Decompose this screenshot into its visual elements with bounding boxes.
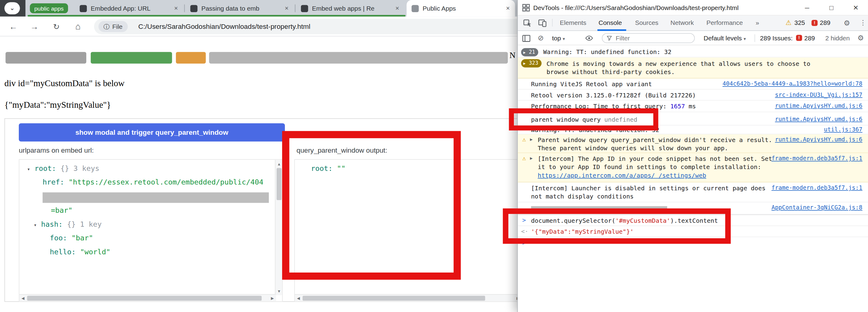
tab-elements[interactable]: Elements <box>560 15 586 30</box>
tab-console[interactable]: Console <box>599 15 622 30</box>
source-link[interactable]: util.js:367 <box>824 126 863 133</box>
context-selector[interactable]: top ▾ <box>552 31 565 46</box>
log-levels-dropdown[interactable]: Default levels ▾ <box>704 31 746 46</box>
inspect-icon[interactable] <box>523 19 532 28</box>
source-link[interactable]: 404c642b-5eba-4449-a…1983?hello=world:78 <box>722 80 863 87</box>
maximize-icon[interactable]: □ <box>819 0 843 15</box>
devtools-tabbar: Elements Console Sources Network Perform… <box>518 15 868 31</box>
home-icon[interactable]: ⌂ <box>72 17 84 37</box>
active-tab-underline <box>597 29 626 31</box>
tree-line-href: href: "https://essex.retool.com/embedded… <box>42 178 263 186</box>
warning-icon: ⚠ <box>522 155 526 162</box>
scroll-down-icon[interactable]: ▼ <box>276 287 283 295</box>
tab-embed-web-apps[interactable]: Embed web apps | Re ✕ <box>296 0 404 17</box>
scroll-left-icon[interactable]: ◀ <box>295 295 302 302</box>
expand-triangle-icon[interactable]: ▶ <box>530 137 533 142</box>
page-data-line: {"myData":"myStringValue"} <box>5 100 111 110</box>
issues-count[interactable]: 289 <box>804 31 815 45</box>
intercom-settings-link[interactable]: https://app.intercom.com/a/apps/ /settin… <box>537 172 706 179</box>
tree-line-root[interactable]: ▾ root: {} 3 keys <box>27 164 99 172</box>
clear-console-icon[interactable]: ⊘ <box>537 31 544 45</box>
tab-sources[interactable]: Sources <box>635 15 658 30</box>
tab-group-chip[interactable]: public apps <box>30 3 68 13</box>
filter-box[interactable] <box>602 33 695 43</box>
console-row-vite: Running ViteJS Retool app variant 404c64… <box>518 79 868 90</box>
console-sidebar-icon[interactable] <box>522 34 530 42</box>
clipped-page-text: N <box>509 51 516 60</box>
tree-line-hash[interactable]: ▾ hash: {} 1 key <box>34 220 102 228</box>
screen: ⌄ public apps Embedded App: URL ✕ Passin… <box>0 0 868 312</box>
console-settings-gear-icon[interactable]: ⚙ <box>857 31 864 45</box>
tree-line-hello: hello: "world" <box>50 248 111 256</box>
horizontal-scrollbar[interactable]: ◀ ▶ <box>20 294 276 301</box>
back-icon[interactable]: ← <box>8 17 19 37</box>
disclosure-triangle-icon[interactable]: ▾ <box>27 166 30 172</box>
forward-icon[interactable]: → <box>29 17 40 37</box>
tab-close-icon[interactable]: ✕ <box>506 5 510 11</box>
warning-icon: ⚠ <box>785 15 792 30</box>
source-link[interactable]: src-index-DU3L_Vgi.js:157 <box>775 91 863 98</box>
scroll-right-icon[interactable]: ▶ <box>269 295 276 302</box>
minimize-icon[interactable]: ─ <box>795 0 819 15</box>
tab-embedded-app[interactable]: Embedded App: URL ✕ <box>75 0 183 17</box>
urlparams-label: urlparams on embed url: <box>19 147 94 154</box>
repeat-count-badge[interactable]: ▶ 323 <box>521 59 542 67</box>
devtools-window-title: DevTools - file:///C:/Users/SarahGodoshi… <box>533 0 739 15</box>
settings-gear-icon[interactable]: ⚙ <box>844 15 850 30</box>
console-row-intercom-launcher: [Intercom] Launcher is disabled in setti… <box>518 182 868 202</box>
reload-icon[interactable]: ↻ <box>51 17 62 37</box>
tab-separator <box>184 5 185 12</box>
annotation-box-parent-query <box>509 108 658 131</box>
warning-count[interactable]: 325 <box>795 15 805 30</box>
scrollbar-thumb[interactable] <box>27 296 261 301</box>
disclosure-triangle-icon[interactable]: ▾ <box>34 222 37 228</box>
chevron-down-icon: ▾ <box>743 36 746 41</box>
horizontal-scrollbar[interactable]: ◀ ▶ <box>295 294 521 301</box>
source-link[interactable]: AppContainer-3qNiCG2a.js:8 <box>771 204 862 211</box>
device-toolbar-icon[interactable] <box>538 19 547 28</box>
tab-title: Embedded App: URL <box>91 5 151 11</box>
scroll-up-icon[interactable]: ▲ <box>276 160 283 168</box>
tab-separator <box>295 5 296 12</box>
tab-performance[interactable]: Performance <box>706 15 743 30</box>
source-link[interactable]: frame-modern.deb3a5f7.js:1 <box>771 155 862 162</box>
expand-triangle-icon[interactable]: ▶ <box>530 156 533 161</box>
tab-close-icon[interactable]: ✕ <box>285 5 289 11</box>
tab-title: Embed web apps | Re <box>312 5 374 11</box>
source-link[interactable]: runtime.ApyiysHY.umd.js:6 <box>775 102 863 109</box>
warning-icon: ⚠ <box>522 136 526 144</box>
close-icon[interactable]: ✕ <box>844 0 868 15</box>
page-heading-line: div id="myCustomData" is below <box>5 79 125 89</box>
scrollbar-thumb[interactable] <box>303 296 485 301</box>
more-options-icon[interactable]: ⋮ <box>860 15 866 30</box>
source-link[interactable]: runtime.ApyiysHY.umd.js:6 <box>775 136 863 143</box>
filter-input[interactable] <box>615 34 690 42</box>
devtools-titlebar[interactable]: DevTools - file:///C:/Users/SarahGodoshi… <box>518 0 868 15</box>
tab-close-icon[interactable]: ✕ <box>395 5 399 11</box>
issues-label[interactable]: 289 Issues: <box>760 31 793 45</box>
scroll-left-icon[interactable]: ◀ <box>20 295 27 302</box>
redacted-url-segment <box>42 193 269 203</box>
tab-favicon <box>190 5 198 12</box>
error-count[interactable]: 289 <box>820 15 830 30</box>
show-modal-button[interactable]: show modal and trigger query_parent_wind… <box>19 123 285 141</box>
hidden-messages-label[interactable]: 2 hidden <box>826 31 850 45</box>
toolbar-separator <box>552 19 553 26</box>
url-text[interactable]: C:/Users/SarahGodoshian/Downloads/test-p… <box>138 19 310 34</box>
tab-public-apps[interactable]: Public Apps ✕ <box>407 0 515 17</box>
scrollbar-thumb[interactable] <box>277 168 282 200</box>
tab-network[interactable]: Network <box>671 15 694 30</box>
tab-passing-data[interactable]: Passing data to emb ✕ <box>185 0 294 17</box>
file-scheme-chip[interactable]: ⓘ File <box>98 21 128 32</box>
source-link[interactable]: frame-modern.deb3a5f7.js:1 <box>771 184 862 191</box>
more-tabs-icon[interactable]: » <box>756 15 759 30</box>
console-row-intercom-appid: ⚠ ▶ [Intercom] The App ID in your code s… <box>518 153 868 183</box>
tab-search-button[interactable]: ⌄ <box>5 2 20 14</box>
repeat-count-badge[interactable]: ▶ 21 <box>521 48 538 56</box>
eye-icon[interactable] <box>585 35 593 42</box>
issues-icon: ! <box>796 35 802 41</box>
tab-close-icon[interactable]: ✕ <box>174 5 178 11</box>
vertical-scrollbar[interactable]: ▲ ▼ <box>275 160 282 295</box>
source-link[interactable]: runtime.ApyiysHY.umd.js:6 <box>775 116 863 122</box>
devtools-window: DevTools - file:///C:/Users/SarahGodoshi… <box>517 0 868 312</box>
